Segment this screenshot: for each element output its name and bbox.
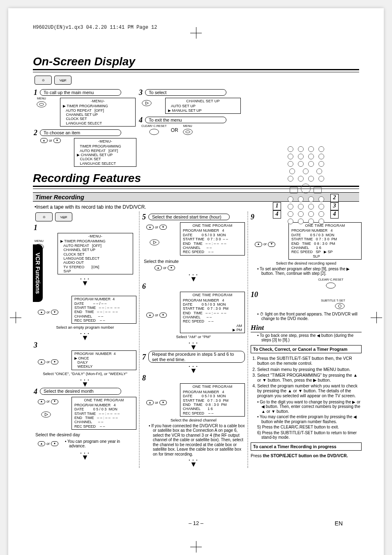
step-number: 2 bbox=[34, 129, 37, 136]
svg-point-1 bbox=[39, 103, 44, 105]
note: Select "AM" or "PM" bbox=[147, 335, 240, 339]
up-down-buttons-icon: ▲or▼ bbox=[40, 138, 61, 143]
note: Select the desired channel bbox=[147, 418, 240, 423]
or-label: OR bbox=[171, 128, 178, 134]
registration-mark-icon bbox=[372, 313, 380, 322]
remote-callout: 3 bbox=[330, 202, 339, 210]
text: Press bbox=[251, 453, 263, 458]
svg-point-10 bbox=[326, 283, 336, 288]
registration-mark-icon bbox=[192, 543, 200, 551]
vcr-cassette-icon: VCR bbox=[54, 76, 71, 85]
registration-mark-icon bbox=[192, 29, 200, 37]
step-heading: Select the desired start time (hour) bbox=[148, 214, 230, 221]
arrow-down-icon: • • •▼ bbox=[142, 341, 245, 349]
once-daily-weekly-panel: PROGRAM NUMBER 4 ▶ ONCE DAILY WEEKLY bbox=[71, 350, 136, 370]
clear-button-icon bbox=[325, 282, 336, 289]
remote-callout: 4 bbox=[273, 210, 281, 219]
svg-point-9 bbox=[150, 240, 159, 245]
up-down-buttons-icon: ▲or▼ bbox=[38, 399, 58, 404]
list-item: • You may cancel the entire program by p… bbox=[257, 415, 362, 424]
arrow-down-icon: • • •▼ bbox=[34, 277, 136, 285]
dvd-drive-icon: ⊝ bbox=[35, 212, 53, 221]
up-down-buttons-icon: ▲or▼ bbox=[146, 225, 167, 230]
step-number: 10 bbox=[251, 291, 258, 298]
remote-callout: 2 bbox=[330, 194, 339, 202]
note: • To set another program after step [9],… bbox=[257, 267, 362, 276]
arrow-down-icon: • • •▼ bbox=[34, 332, 136, 340]
osd-channel-panel: CHANNEL SET UP AUTO SET UP ▶ MANUAL SET … bbox=[165, 98, 241, 114]
program-panel: PROGRAM NUMBER 4 DATE – – / – – START TI… bbox=[71, 296, 136, 324]
registration-mark-icon bbox=[12, 313, 20, 322]
step-heading: Repeat the procedure in steps 5 and 6 to… bbox=[148, 351, 245, 363]
dvd-drive-icon: ⊝ bbox=[35, 76, 52, 85]
language-code: EN bbox=[335, 520, 343, 527]
boxed-heading: To Check, Correct, or Cancel a Timer Pro… bbox=[251, 345, 362, 354]
svg-point-4 bbox=[183, 129, 192, 135]
osd-menu-panel: -MENU- ▶ TIMER PROGRAMMING AUTO REPEAT [… bbox=[60, 98, 136, 127]
menu-button-icon bbox=[182, 128, 193, 136]
svg-point-11 bbox=[335, 303, 345, 309]
svg-point-12 bbox=[339, 305, 341, 308]
list-item: Select main menu by pressing the MENU bu… bbox=[257, 367, 362, 372]
up-down-buttons-icon: ▲or▼ bbox=[38, 301, 58, 324]
label: SUBTITLE T-SET bbox=[251, 299, 345, 303]
note: • If you have connected the DVD/VCR to a… bbox=[149, 424, 245, 457]
svg-point-5 bbox=[185, 131, 189, 133]
remote-callout: 4 bbox=[330, 210, 339, 219]
arrow-down-icon: • • •▼ bbox=[142, 364, 245, 373]
check-cancel-list: Press the SUBTITLE/T-SET button then, th… bbox=[257, 356, 362, 398]
step-number: 4 bbox=[34, 388, 37, 395]
arrow-down-icon: • • •▼ bbox=[34, 451, 136, 459]
step-number: 1 bbox=[34, 224, 37, 231]
step-number: 4 bbox=[139, 116, 143, 124]
up-down-buttons-icon: ▲or▼ bbox=[38, 439, 58, 449]
program-panel: ONE TIME PROGRAM PROGRAM NUMBER 4 DATE 0… bbox=[71, 397, 136, 430]
step-number: 8 bbox=[142, 374, 146, 382]
label: CLEAR/ C.RESET bbox=[141, 124, 167, 128]
note: Select an empty program number bbox=[39, 325, 131, 330]
list-item: Select "TIMER PROGRAMMING" by pressing t… bbox=[257, 373, 362, 382]
step-subheading: Select the minute bbox=[144, 259, 245, 264]
arrow-down-icon: • • •▼ bbox=[34, 378, 136, 386]
note: • ⏱ light on the front panel appears. Th… bbox=[257, 312, 362, 321]
hint-heading: Hint bbox=[251, 324, 362, 332]
clear-button-icon bbox=[149, 128, 159, 136]
right-button-icon bbox=[149, 239, 160, 246]
text: the STOP/EJECT button on the DVD/VCR. bbox=[263, 453, 348, 458]
note: • To go back one step, press the ◀ butto… bbox=[257, 333, 362, 343]
step-number: 5 bbox=[142, 213, 146, 221]
remote-callout: 1 bbox=[273, 202, 281, 210]
arrow-down-icon: CLEAR/ C.RESET bbox=[300, 278, 362, 289]
program-panel: ONE TIME PROGRAM PROGRAM NUMBER 4 DATE 0… bbox=[180, 292, 245, 333]
program-panel: ONE TIME PROGRAM PROGRAM NUMBER 4 DATE 0… bbox=[180, 383, 245, 416]
page-number: – 12 – bbox=[189, 520, 203, 526]
osd-menu-panel: -MENU- TIMER PROGRAMMING AUTO REPEAT [OF… bbox=[74, 138, 136, 167]
up-down-buttons-icon: ▲or▼ bbox=[146, 388, 167, 416]
step-number: 7 bbox=[142, 353, 146, 361]
up-down-buttons-icon: ▲or▼ bbox=[146, 297, 167, 333]
step-number: 9 bbox=[251, 213, 254, 221]
label: MENU bbox=[182, 124, 193, 128]
step-number: 6 bbox=[142, 283, 146, 290]
arrow-down-icon: • • •▼ bbox=[142, 458, 245, 466]
note: Select the desired recording speed bbox=[256, 261, 357, 266]
section-title-osd: On-Screen Display bbox=[33, 55, 359, 68]
list-item: 6) Press the SUBTITLE/T-SET button to re… bbox=[257, 431, 362, 440]
step-heading: To call up the main menu bbox=[40, 89, 121, 96]
list-item: 5) Press the CLEAR/C.RESET button to exi… bbox=[257, 425, 362, 430]
step-heading: To select bbox=[145, 89, 226, 96]
step-number: 1 bbox=[34, 89, 37, 96]
note: • You can program one year in advance. bbox=[65, 439, 136, 449]
step-subheading: Select the desired day bbox=[35, 432, 136, 438]
label: MENU bbox=[36, 97, 47, 101]
list-item: Press the SUBTITLE/T-SET button then, th… bbox=[257, 356, 362, 366]
vcr-cassette-icon: VCR bbox=[55, 212, 72, 221]
note: Select "ONCE", "DAILY" (Mon-Fri), or "WE… bbox=[39, 372, 131, 376]
boxed-heading: To cancel a Timer Recording in progress bbox=[251, 442, 362, 451]
arrow-down-icon: • • •▼ bbox=[142, 273, 245, 281]
remote-control-diagram: 1 4 2 3 4 bbox=[285, 145, 326, 232]
right-button-icon bbox=[141, 99, 152, 107]
list-item: • Go to the digit you want to change by … bbox=[257, 400, 362, 414]
step-number: 3 bbox=[34, 341, 37, 349]
osd-menu-panel: -MENU- ▶ TIMER PROGRAMMING AUTO REPEAT [… bbox=[58, 233, 133, 274]
